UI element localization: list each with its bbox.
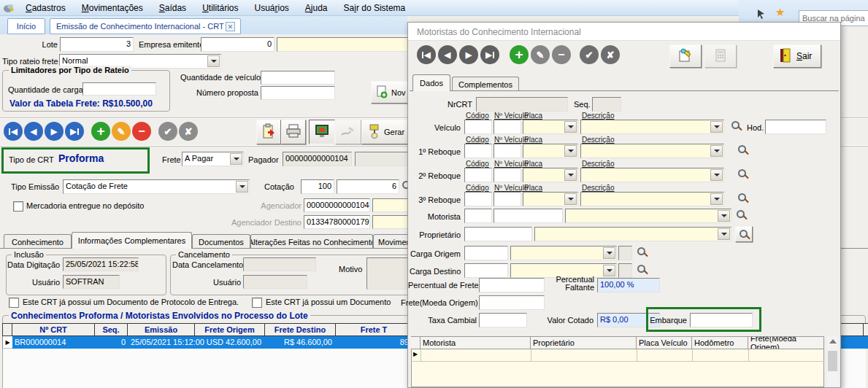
dialog-confirm-button[interactable]: ✔ — [580, 45, 599, 64]
qtd-veiculos-input[interactable] — [261, 71, 335, 85]
lote-input[interactable]: 3 — [60, 37, 134, 52]
reboque3-placa-select[interactable] — [523, 192, 578, 206]
chevron-down-icon[interactable] — [710, 169, 723, 181]
proprietario-search-button[interactable] — [735, 226, 753, 242]
grid-header-frete-destino[interactable]: Frete Destino — [265, 323, 336, 336]
chevron-down-icon[interactable] — [564, 145, 577, 157]
protocolo-entrega-checkbox[interactable] — [9, 298, 19, 308]
dialog-tab-complementos[interactable]: Complementos — [452, 77, 519, 91]
tab-alteracoes[interactable]: Alterações Feitas no Conhecimento — [250, 234, 373, 249]
reboque1-codigo-input[interactable] — [464, 144, 492, 158]
reboque1-placa-select[interactable] — [523, 144, 578, 158]
dialog-grid-row[interactable]: ▶ — [411, 349, 824, 362]
nav-next-button[interactable]: ▶ — [45, 122, 64, 141]
pagador-input[interactable]: 00000000000104 — [283, 152, 352, 166]
reboque2-nveiculo-input[interactable] — [493, 168, 521, 182]
grid-header-ncrt[interactable]: Nº CRT — [12, 323, 95, 336]
scrollbar-thumb[interactable] — [828, 351, 837, 371]
motorista-codigo-input[interactable] — [464, 209, 492, 223]
proprietario-select[interactable] — [534, 227, 731, 241]
dialog-title-bar[interactable]: Motoristas do Conhecimento Internacional — [408, 23, 840, 41]
numero-proposta-input[interactable] — [261, 86, 335, 100]
search-icon[interactable] — [731, 121, 742, 132]
dialog-delete-button[interactable]: − — [552, 45, 571, 64]
menu-item-cadastros[interactable]: Cadastros — [18, 3, 74, 13]
carga-destino-input[interactable] — [464, 263, 508, 278]
delete-button[interactable]: − — [132, 122, 151, 141]
dialog-grid-header-frete[interactable]: Frete(Moeda Origem) — [748, 336, 824, 349]
dialog-add-button[interactable]: + — [510, 45, 529, 64]
chevron-down-icon[interactable] — [603, 265, 615, 276]
menu-item-sair-do-sistema[interactable]: Sair do Sistema — [336, 3, 414, 13]
reboque1-descricao-select[interactable] — [580, 144, 724, 158]
embarque-input[interactable] — [690, 313, 753, 327]
cancel-button[interactable]: ✘ — [179, 122, 198, 141]
chevron-down-icon[interactable] — [564, 121, 577, 133]
cotacao-input[interactable]: 100 — [301, 179, 334, 194]
grid-header-emissao[interactable]: Emissão — [128, 323, 195, 336]
percentual-frete-input[interactable] — [479, 278, 545, 292]
chevron-down-icon[interactable] — [207, 55, 220, 67]
reboque2-descricao-select[interactable] — [580, 168, 724, 182]
agenciador-destino-input[interactable]: 01334780000179 — [304, 215, 370, 229]
carga-origem-input[interactable] — [464, 246, 508, 260]
dialog-grid-header-hodometro[interactable]: Hodômetro — [692, 336, 748, 349]
proprietario-doc-input[interactable] — [464, 227, 532, 241]
hod-input[interactable] — [765, 120, 826, 134]
dialog-nav-last-button[interactable]: ▶ — [480, 45, 499, 64]
search-icon[interactable] — [637, 247, 648, 258]
veiculo-nveiculo-input[interactable] — [493, 120, 521, 134]
dialog-seq-input[interactable] — [592, 97, 621, 112]
tipo-emissao-select[interactable]: Cotação de Frete — [63, 179, 250, 194]
edit-button[interactable]: ✎ — [112, 122, 131, 141]
star-icon[interactable]: ★ — [775, 6, 785, 19]
grid-header-frete-origem[interactable]: Frete Origem — [195, 323, 265, 336]
menu-item-movimentacoes[interactable]: Movimentações — [74, 3, 151, 13]
carga-origem-select[interactable] — [510, 246, 617, 260]
chevron-down-icon[interactable] — [564, 169, 577, 181]
menu-item-usuarios[interactable]: Usuários — [246, 3, 296, 13]
grid-header-frete-t[interactable]: Frete T — [336, 323, 412, 336]
tab-informacoes-complementares[interactable]: Informações Complementares — [72, 232, 192, 249]
chevron-down-icon[interactable] — [230, 153, 242, 165]
menu-item-saidas[interactable]: Saídas — [151, 3, 194, 13]
dialog-nav-next-button[interactable]: ▶ — [459, 45, 478, 64]
chevron-down-icon[interactable] — [603, 247, 615, 259]
dialog-nav-first-button[interactable]: ◀ — [417, 45, 436, 64]
tab-documentos[interactable]: Documentos — [192, 234, 250, 249]
reboque1-nveiculo-input[interactable] — [493, 144, 521, 158]
confirm-button[interactable]: ✔ — [158, 122, 177, 141]
sair-button[interactable]: Sair — [773, 44, 821, 68]
report-button[interactable] — [256, 120, 281, 144]
menu-item-ajuda[interactable]: Ajuda — [297, 3, 336, 13]
chevron-down-icon[interactable] — [236, 181, 248, 193]
agenciador-input[interactable]: 00000000000104 — [304, 198, 370, 212]
nav-first-button[interactable]: ◀ — [4, 122, 23, 141]
mercadoria-checkbox[interactable] — [13, 201, 23, 212]
dialog-grid-header-proprietario[interactable]: Proprietário — [531, 336, 637, 349]
veiculo-descricao-select[interactable] — [580, 120, 724, 134]
nav-last-button[interactable]: ▶ — [65, 122, 84, 141]
add-button[interactable]: + — [91, 122, 110, 141]
search-icon[interactable] — [737, 210, 748, 221]
dialog-tab-dados[interactable]: Dados — [412, 74, 450, 91]
reboque3-codigo-input[interactable] — [464, 192, 492, 206]
menu-item-utilitarios[interactable]: Utilitários — [194, 3, 246, 13]
reboque2-placa-select[interactable] — [523, 168, 578, 182]
dialog-edit-button[interactable]: ✎ — [531, 45, 550, 64]
frete-moeda-input[interactable] — [479, 295, 545, 310]
close-icon[interactable]: ✕ — [226, 22, 235, 31]
scroll-up-icon[interactable] — [829, 339, 837, 344]
search-icon[interactable] — [637, 265, 648, 276]
chevron-down-icon[interactable] — [710, 145, 723, 157]
dialog-nav-prev-button[interactable]: ◀ — [438, 45, 457, 64]
chevron-down-icon[interactable] — [710, 193, 723, 205]
reboque3-nveiculo-input[interactable] — [493, 192, 521, 206]
dialog-grid-scrollbar[interactable] — [827, 336, 838, 387]
reboque3-descricao-select[interactable] — [580, 192, 724, 206]
empresa-emitente-input[interactable]: 0 — [201, 37, 274, 52]
motorista-select[interactable] — [565, 209, 731, 223]
chevron-down-icon[interactable] — [718, 228, 730, 240]
search-icon[interactable] — [738, 193, 749, 204]
frete-select[interactable]: A Pagar — [182, 152, 244, 166]
